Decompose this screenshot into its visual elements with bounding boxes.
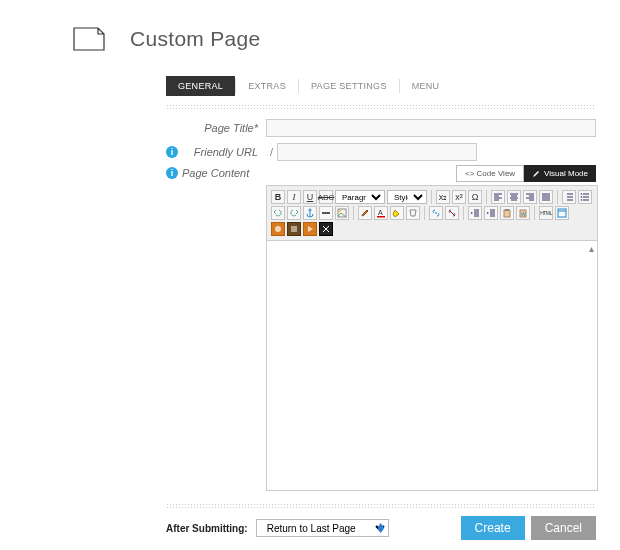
info-icon[interactable]: i bbox=[166, 146, 178, 158]
tab-extras[interactable]: EXTRAS bbox=[236, 76, 298, 96]
visual-mode-button[interactable]: Visual Mode bbox=[524, 165, 596, 182]
divider-dots bbox=[166, 104, 596, 109]
divider-dots bbox=[166, 503, 596, 508]
align-left-button[interactable] bbox=[491, 190, 505, 204]
image-button[interactable] bbox=[335, 206, 349, 220]
toolbar-separator bbox=[424, 206, 425, 220]
styles-select[interactable]: Styles bbox=[387, 190, 427, 204]
special-char-button[interactable]: Ω bbox=[468, 190, 482, 204]
clear-format-button[interactable] bbox=[406, 206, 420, 220]
svg-rect-14 bbox=[291, 226, 297, 232]
paste-button[interactable] bbox=[500, 206, 514, 220]
toolbar-separator bbox=[431, 190, 432, 204]
page-content-label: Page Content bbox=[182, 167, 249, 179]
code-view-label: <> Code View bbox=[465, 169, 515, 178]
editor-toolbar: B I U ABC Paragraph Styles x₂ x² Ω bbox=[266, 185, 598, 241]
toolbar-separator bbox=[557, 190, 558, 204]
create-button[interactable]: Create bbox=[461, 516, 525, 540]
svg-rect-12 bbox=[558, 209, 566, 217]
unlink-button[interactable] bbox=[445, 206, 459, 220]
after-submitting-select[interactable]: Return to Last Page bbox=[256, 519, 389, 537]
code-view-button[interactable]: <> Code View bbox=[456, 165, 524, 182]
page-title-input[interactable] bbox=[266, 119, 596, 137]
undo-button[interactable] bbox=[271, 206, 285, 220]
scroll-up-icon[interactable]: ▴ bbox=[587, 243, 595, 257]
bg-color-button[interactable] bbox=[390, 206, 404, 220]
media-button-1[interactable] bbox=[271, 222, 285, 236]
cancel-button[interactable]: Cancel bbox=[531, 516, 596, 540]
svg-point-13 bbox=[275, 226, 281, 232]
friendly-url-label: Friendly URL bbox=[182, 146, 266, 158]
underline-button[interactable]: U bbox=[303, 190, 317, 204]
fullscreen-button[interactable] bbox=[555, 206, 569, 220]
svg-point-3 bbox=[309, 209, 311, 211]
svg-point-2 bbox=[581, 199, 583, 201]
text-color-button[interactable]: A bbox=[374, 206, 388, 220]
toolbar-separator bbox=[463, 206, 464, 220]
paste-word-button[interactable]: W bbox=[516, 206, 530, 220]
tab-bar: GENERAL EXTRAS PAGE SETTINGS MENU bbox=[166, 76, 592, 96]
bold-button[interactable]: B bbox=[271, 190, 285, 204]
html-button[interactable]: HTML bbox=[539, 206, 553, 220]
svg-text:A: A bbox=[378, 209, 383, 216]
svg-point-1 bbox=[581, 196, 583, 198]
media-button-4[interactable] bbox=[319, 222, 333, 236]
page-title: Custom Page bbox=[130, 27, 261, 51]
hr-button[interactable] bbox=[319, 206, 333, 220]
strike-button[interactable]: ABC bbox=[319, 190, 333, 204]
link-button[interactable] bbox=[429, 206, 443, 220]
page-title-label: Page Title* bbox=[166, 122, 266, 134]
tab-general[interactable]: GENERAL bbox=[166, 76, 235, 96]
editor-textarea[interactable]: ▴ bbox=[266, 241, 598, 491]
ordered-list-button[interactable] bbox=[562, 190, 576, 204]
edit-button[interactable] bbox=[358, 206, 372, 220]
superscript-button[interactable]: x² bbox=[452, 190, 466, 204]
subscript-button[interactable]: x₂ bbox=[436, 190, 450, 204]
unordered-list-button[interactable] bbox=[578, 190, 592, 204]
svg-point-5 bbox=[339, 210, 341, 212]
toolbar-separator bbox=[353, 206, 354, 220]
toolbar-separator bbox=[534, 206, 535, 220]
tab-page-settings[interactable]: PAGE SETTINGS bbox=[299, 76, 399, 96]
after-submitting-label: After Submitting: bbox=[166, 523, 248, 534]
toolbar-separator bbox=[486, 190, 487, 204]
outdent-button[interactable] bbox=[468, 206, 482, 220]
friendly-url-input[interactable] bbox=[277, 143, 477, 161]
info-icon[interactable]: i bbox=[166, 167, 178, 179]
url-prefix: / bbox=[270, 146, 273, 158]
pencil-icon bbox=[532, 170, 540, 178]
italic-button[interactable]: I bbox=[287, 190, 301, 204]
tab-menu[interactable]: MENU bbox=[400, 76, 452, 96]
svg-rect-8 bbox=[504, 210, 510, 217]
align-justify-button[interactable] bbox=[539, 190, 553, 204]
align-center-button[interactable] bbox=[507, 190, 521, 204]
media-button-2[interactable] bbox=[287, 222, 301, 236]
align-right-button[interactable] bbox=[523, 190, 537, 204]
visual-mode-label: Visual Mode bbox=[544, 169, 588, 178]
redo-button[interactable] bbox=[287, 206, 301, 220]
svg-text:W: W bbox=[521, 211, 526, 217]
svg-point-0 bbox=[581, 193, 583, 195]
paragraph-select[interactable]: Paragraph bbox=[335, 190, 385, 204]
document-icon bbox=[72, 26, 106, 52]
svg-rect-9 bbox=[505, 209, 509, 211]
media-button-3[interactable] bbox=[303, 222, 317, 236]
svg-rect-7 bbox=[377, 216, 385, 218]
indent-button[interactable] bbox=[484, 206, 498, 220]
anchor-button[interactable] bbox=[303, 206, 317, 220]
